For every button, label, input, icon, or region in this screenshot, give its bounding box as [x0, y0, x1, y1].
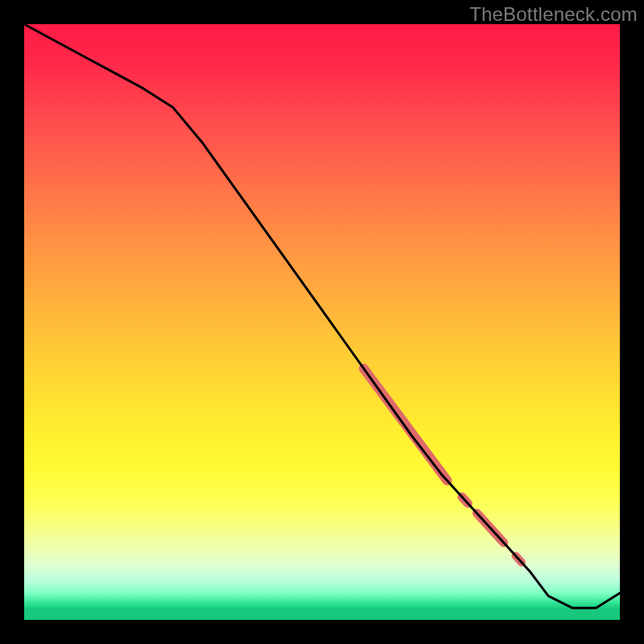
curve-layer: [24, 24, 620, 620]
bottleneck-curve: [24, 24, 620, 608]
highlight-group: [364, 369, 522, 563]
watermark-text: TheBottleneck.com: [469, 3, 638, 26]
plot-area: [24, 24, 620, 620]
chart-stage: TheBottleneck.com: [0, 0, 644, 644]
